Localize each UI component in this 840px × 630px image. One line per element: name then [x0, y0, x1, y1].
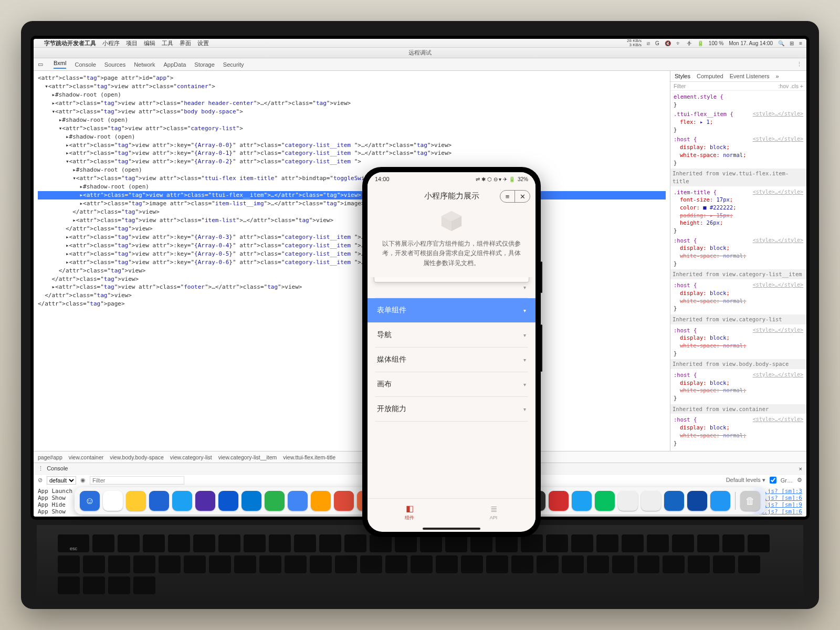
dock-app[interactable] [195, 491, 215, 511]
elements-tree[interactable]: <attr">class="tag">page attr">id="app"> … [34, 71, 670, 451]
css-rule[interactable]: <style>…</style>:host {display: block;wh… [674, 416, 803, 447]
tab-api[interactable]: ≣ API [452, 499, 536, 526]
dom-node[interactable]: ▸<attr">class="tag">view attr">:key="{Ar… [38, 250, 666, 258]
home-indicator[interactable] [368, 526, 536, 532]
css-rule[interactable]: <style>…</style>.item-title {font-size: … [674, 188, 803, 235]
css-rule[interactable]: <style>…</style>:host {display: block;wh… [674, 237, 803, 268]
menu-item[interactable]: 界面 [180, 39, 191, 47]
battery-icon[interactable]: 🔋 [697, 40, 704, 46]
dock-app[interactable] [572, 491, 592, 511]
add-rule-icon[interactable]: + [800, 83, 803, 89]
clock[interactable]: Mon 17. Aug 14:00 [729, 40, 773, 46]
dom-node[interactable]: ▸<attr">class="tag">view attr">class="fo… [38, 283, 666, 291]
dom-node[interactable]: ▸<attr">class="tag">view attr">class="it… [38, 216, 666, 225]
crumb[interactable]: view.container [69, 454, 104, 460]
menu-icon[interactable]: ≡ [500, 191, 515, 202]
menu-item[interactable]: 设置 [197, 39, 209, 47]
volume-icon[interactable]: 🔇 [665, 40, 671, 46]
dock-app[interactable] [595, 491, 615, 511]
levels-select[interactable]: Default levels ▾ [726, 477, 765, 484]
dom-node[interactable]: </attr">class="tag">view> [38, 291, 666, 300]
styles-rules[interactable]: element.style {}<style>…</style>.ttui-fl… [670, 91, 806, 451]
dock-app[interactable] [149, 491, 169, 511]
group-checkbox[interactable] [770, 477, 776, 484]
dom-node[interactable]: ▸<attr">class="tag">view attr">:key="{Ar… [38, 233, 666, 242]
list-item[interactable]: 导航▾ [375, 323, 528, 348]
dom-node[interactable]: </attr">class="tag">view> [38, 225, 666, 233]
context-select[interactable]: default [47, 476, 76, 485]
menu-item[interactable]: 小程序 [102, 39, 120, 47]
inspect-icon[interactable]: ▭ [38, 61, 45, 68]
list-item[interactable]: 表单组件▾ [368, 298, 536, 323]
search-icon[interactable]: 🔍 [778, 40, 784, 46]
tray-icon[interactable]: ⎚ [647, 40, 650, 46]
list-item[interactable]: 媒体组件▾ [375, 348, 528, 372]
crumb[interactable]: view.ttui-flex.item-title [283, 454, 335, 460]
app-name[interactable]: 字节跳动开发者工具 [44, 39, 96, 47]
dock-app[interactable]: 🗑 [740, 491, 760, 511]
dock-app[interactable] [288, 491, 308, 511]
close-icon[interactable]: × [799, 466, 802, 472]
hov-toggle[interactable]: :hov [778, 83, 789, 89]
dom-node[interactable]: ▸#shadow-root (open) [38, 116, 666, 124]
dock-app[interactable] [103, 491, 123, 511]
tray-icon[interactable]: ⸎ [687, 40, 692, 46]
clear-icon[interactable]: ⊘ [38, 477, 43, 484]
tab-storage[interactable]: Storage [194, 61, 215, 68]
dom-node[interactable]: ▾<attr">class="tag">view attr">class="tt… [38, 174, 666, 183]
eye-icon[interactable]: ◉ [80, 477, 86, 484]
crumb[interactable]: view.category-list [170, 454, 212, 460]
dock-app[interactable] [311, 491, 331, 511]
css-rule[interactable]: <style>…</style>.ttui-flex__item {flex: … [674, 110, 803, 133]
cls-toggle[interactable]: .cls [790, 83, 799, 89]
crumb[interactable]: page#app [38, 454, 62, 460]
dom-node[interactable]: ▾<attr">class="tag">view attr">class="bo… [38, 108, 666, 116]
list-item[interactable]: ▾tt-view.ttui-flex__item308.09 × 24.36AC… [375, 277, 528, 298]
dom-node[interactable]: ▸<attr">class="tag">image attr">class="i… [38, 200, 666, 208]
dock-app[interactable] [641, 491, 661, 511]
tab-security[interactable]: Security [223, 61, 244, 68]
computed-tab[interactable]: Computed [697, 73, 723, 79]
styles-tab[interactable]: Styles [675, 73, 690, 79]
css-rule[interactable]: <style>…</style>:host {display: block;wh… [674, 281, 803, 312]
wifi-icon[interactable]: ᯤ [676, 40, 681, 46]
filter-input[interactable]: Filter [674, 83, 686, 89]
tab-components[interactable]: ◧ 组件 [368, 499, 452, 526]
tab-network[interactable]: Network [134, 61, 155, 68]
tab-console[interactable]: Console [75, 61, 96, 68]
dock-app[interactable] [549, 491, 569, 511]
dock-app[interactable] [265, 491, 285, 511]
tab-bxml[interactable]: Bxml [54, 60, 66, 69]
settings-icon[interactable]: ⚙ [797, 477, 802, 484]
dock-app[interactable] [172, 491, 192, 511]
more-icon[interactable]: ⋮ [796, 61, 802, 68]
menu-item[interactable]: 工具 [162, 39, 173, 47]
dock-app[interactable]: ☺ [80, 491, 100, 511]
dom-node[interactable]: ▸<attr">class="tag">view attr">:key="{Ar… [38, 149, 666, 158]
event-listeners-tab[interactable]: Event Listeners [730, 73, 770, 79]
dom-node[interactable]: </attr">class="tag">page> [38, 300, 666, 308]
tab-appdata[interactable]: AppData [164, 61, 186, 68]
dom-node[interactable]: ▸#shadow-root (open) [38, 133, 666, 141]
css-rule[interactable]: element.style {} [674, 93, 803, 108]
menu-item[interactable]: 项目 [126, 39, 138, 47]
dock-app[interactable] [334, 491, 354, 511]
window-titlebar[interactable]: 远程调试 [34, 48, 806, 58]
control-center-icon[interactable]: ⊞ [790, 40, 794, 46]
css-rule[interactable]: <style>…</style>:host {display: block;wh… [674, 135, 803, 166]
dom-node[interactable]: </attr">class="tag">view> [38, 267, 666, 275]
tab-sources[interactable]: Sources [104, 61, 125, 68]
dock-app[interactable] [126, 491, 146, 511]
dom-node[interactable]: ▸<attr">class="tag">view attr">:key="{Ar… [38, 242, 666, 250]
list-item[interactable]: 画布▾ [375, 372, 528, 397]
dom-node[interactable]: ▸<attr">class="tag">view attr">:key="{Ar… [38, 141, 666, 150]
dom-node[interactable]: ▸#shadow-root (open) [38, 91, 666, 99]
dom-node[interactable]: <attr">class="tag">page attr">id="app"> [38, 74, 666, 82]
dom-node[interactable]: ▸<attr">class="tag">view attr">:key="{Ar… [38, 258, 666, 267]
dom-node[interactable]: ▾<attr">class="tag">view attr">:key="{Ar… [38, 158, 666, 166]
css-rule[interactable]: <style>…</style>:host {display: block;wh… [674, 327, 803, 358]
notifications-icon[interactable]: ≡ [799, 40, 802, 46]
drawer-toggle-icon[interactable]: ⋮ [38, 465, 44, 471]
category-list[interactable]: ▾tt-view.ttui-flex__item308.09 × 24.36AC… [368, 277, 536, 498]
dock-app[interactable] [664, 491, 684, 511]
